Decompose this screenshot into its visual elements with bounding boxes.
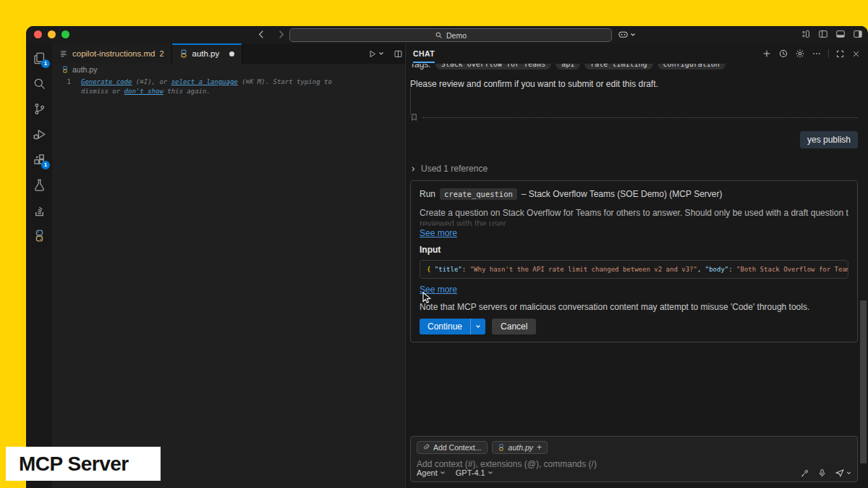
tool-input-code: { "title": "Why hasn't the API rate limi…	[420, 260, 848, 279]
markdown-file-icon	[59, 49, 68, 58]
tab-chat[interactable]: CHAT	[413, 43, 435, 64]
attached-file-name: auth.py	[509, 443, 533, 452]
new-chat-icon[interactable]	[762, 49, 772, 59]
chevron-right-icon	[410, 166, 417, 172]
model-label: GPT-4.1	[456, 468, 485, 477]
tag-pill: rate limiting	[584, 64, 652, 70]
caption-text: MCP Server	[6, 453, 129, 476]
bookmark-icon[interactable]	[410, 113, 418, 122]
code-token: :	[728, 266, 736, 273]
more-actions-icon[interactable]	[812, 49, 822, 59]
copilot-icon	[618, 29, 629, 40]
code-token: "title"	[435, 266, 462, 273]
breadcrumb[interactable]: auth.py	[52, 64, 431, 75]
sidebar-item-explorer[interactable]: 1	[31, 50, 47, 66]
tag-pill: Stack Overflow for Teams	[435, 64, 552, 70]
tag-pill: api	[556, 64, 580, 70]
see-more-link[interactable]: See more	[420, 228, 457, 238]
tab-dirty-count: 2	[159, 49, 163, 58]
send-button[interactable]	[835, 468, 851, 478]
add-context-button[interactable]: Add Context...	[417, 441, 488, 454]
stack-overflow-icon	[33, 203, 46, 217]
breadcrumb-item: auth.py	[72, 65, 97, 74]
chat-input-container: Add Context... auth.py + Add context (#)…	[410, 436, 858, 482]
continue-split-button: Continue	[420, 319, 485, 335]
tool-name-pill: create_question	[440, 188, 517, 200]
gear-icon[interactable]	[795, 49, 805, 59]
tool-run-row: Run create_question – Stack Overflow Tea…	[420, 188, 848, 200]
code-token: "Why hasn't the API rate limit changed b…	[470, 266, 697, 273]
tool-confirmation-card: Run create_question – Stack Overflow Tea…	[410, 180, 858, 342]
sidebar-item-stack-overflow[interactable]	[31, 202, 47, 218]
minimize-window-button[interactable]	[48, 30, 56, 38]
toggle-panel-icon[interactable]	[835, 29, 846, 39]
run-label: Run	[420, 189, 435, 199]
input-section-label: Input	[420, 245, 848, 255]
attached-file-pill[interactable]: auth.py +	[492, 441, 548, 454]
sidebar-item-python[interactable]	[31, 227, 47, 243]
back-arrow-icon[interactable]	[256, 29, 267, 40]
maximize-panel-icon[interactable]	[835, 49, 845, 59]
split-editor-icon[interactable]	[393, 49, 403, 59]
run-python-button[interactable]	[367, 49, 384, 59]
zoom-window-button[interactable]	[61, 30, 69, 38]
close-icon[interactable]	[851, 49, 861, 59]
used-references-toggle[interactable]: Used 1 reference	[410, 164, 858, 174]
ghost-text-line: Generate code (⌘I), or select a language…	[81, 77, 336, 96]
toggle-secondary-sidebar-icon[interactable]	[853, 29, 863, 39]
code-token: "Both Stack Overflow for Teams	[736, 266, 848, 273]
close-window-button[interactable]	[34, 30, 42, 38]
search-icon	[33, 77, 46, 91]
response-block-line	[410, 88, 411, 114]
ghost-link[interactable]: select a language	[171, 78, 238, 85]
add-context-label: Add Context...	[433, 443, 482, 452]
sidebar-item-extensions[interactable]: 1	[31, 151, 47, 167]
chat-header: CHAT	[406, 43, 868, 64]
mode-dropdown[interactable]: Agent	[417, 468, 446, 477]
pin-context-icon[interactable]: +	[537, 444, 542, 451]
titlebar: Demo	[26, 26, 868, 44]
history-icon[interactable]	[778, 49, 788, 59]
chat-message-list: Tags: Stack Overflow for Teamsapirate li…	[406, 64, 868, 434]
model-dropdown[interactable]: GPT-4.1	[456, 468, 493, 477]
copilot-menu-button[interactable]	[618, 29, 636, 40]
dotted-divider	[422, 117, 858, 118]
activity-bar: 1 1	[26, 43, 53, 488]
explorer-badge: 1	[41, 59, 50, 68]
sidebar-item-search[interactable]	[31, 75, 47, 91]
beaker-icon	[33, 178, 46, 192]
tool-actions: Continue Cancel	[420, 319, 848, 335]
sidebar-item-testing[interactable]	[31, 177, 47, 193]
code-token: ,	[697, 266, 705, 273]
microphone-icon[interactable]	[817, 468, 827, 478]
ghost-link[interactable]: don't show	[124, 88, 163, 95]
editor-content[interactable]: 1 Generate code (⌘I), or select a langua…	[52, 75, 431, 96]
command-center-search[interactable]: Demo	[289, 28, 612, 42]
tab-auth-py[interactable]: auth.py	[172, 43, 243, 64]
sidebar-item-run-debug[interactable]	[31, 126, 47, 142]
continue-button[interactable]: Continue	[420, 319, 470, 335]
mcp-server-caption: MCP Server	[6, 447, 161, 481]
ghost-text: this again.	[163, 88, 210, 95]
continue-dropdown-button[interactable]	[471, 319, 485, 335]
ghost-link[interactable]: Generate code	[81, 78, 132, 85]
code-token: "body"	[705, 266, 729, 273]
forward-arrow-icon[interactable]	[276, 29, 286, 40]
layout-controls-icon[interactable]	[801, 29, 811, 39]
window-controls	[34, 30, 69, 38]
tab-bar: copilot-instructions.md 2 auth.py	[52, 43, 431, 64]
used-references-label: Used 1 reference	[421, 164, 488, 174]
cancel-button[interactable]: Cancel	[492, 319, 536, 335]
vscode-window: Demo	[26, 26, 868, 488]
python-icon	[33, 229, 46, 243]
toggle-sidebar-icon[interactable]	[818, 29, 828, 39]
tools-icon[interactable]	[800, 468, 809, 478]
ghost-text: (⌘I), or	[132, 78, 171, 85]
tool-origin: – Stack Overflow Teams (SOE Demo) (MCP S…	[522, 189, 723, 199]
tab-copilot-instructions[interactable]: copilot-instructions.md 2	[52, 43, 172, 64]
unsaved-dot-icon[interactable]	[229, 51, 234, 56]
chat-scrollbar[interactable]	[860, 300, 867, 463]
tags-label: Tags:	[410, 64, 431, 70]
sidebar-item-source-control[interactable]	[31, 101, 47, 117]
paperclip-icon	[422, 444, 430, 451]
